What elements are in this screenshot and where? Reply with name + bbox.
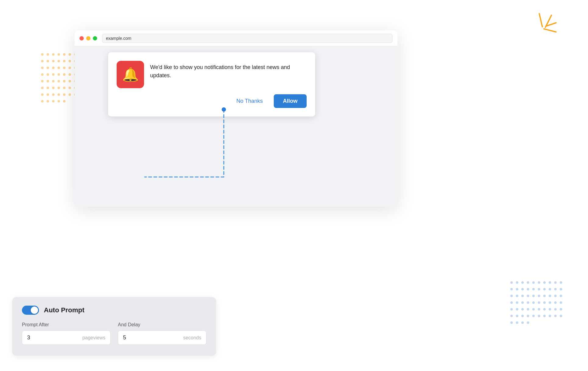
browser-minimize-button[interactable] [86,36,90,40]
allow-button[interactable]: Allow [274,94,307,108]
notification-popup-top: 🔔 We'd like to show you notifications fo… [117,61,307,88]
settings-card: Auto Prompt Prompt After 3 pageviews And… [12,297,216,356]
prompt-after-label: Prompt After [22,322,111,328]
and-delay-value: 5 [123,335,132,341]
prompt-after-input-row[interactable]: 3 pageviews [22,331,111,345]
and-delay-unit: seconds [183,335,201,341]
no-thanks-button[interactable]: No Thanks [231,95,268,107]
browser-window: example.com 🔔 We'd like to show you noti… [75,30,397,207]
svg-line-1 [547,23,556,26]
auto-prompt-toggle[interactable] [22,306,39,315]
browser-close-button[interactable] [79,36,84,40]
notification-message: We'd like to show you notifications for … [150,61,307,80]
notification-actions: No Thanks Allow [117,94,307,108]
decorative-starburst [521,9,558,40]
browser-controls [79,36,97,40]
prompt-after-value: 3 [27,335,36,341]
settings-fields: Prompt After 3 pageviews And Delay 5 sec… [22,322,206,345]
bell-icon: 🔔 [122,68,139,81]
browser-maximize-button[interactable] [93,36,97,40]
notification-popup: 🔔 We'd like to show you notifications fo… [108,52,315,116]
prompt-after-unit: pageviews [82,335,105,341]
and-delay-input-row[interactable]: 5 seconds [118,331,206,345]
browser-content: 🔔 We'd like to show you notifications fo… [75,46,397,207]
toggle-thumb [31,307,38,314]
and-delay-label: And Delay [118,322,206,328]
decorative-dot-grid-blue: (function() { var el = document.querySel… [509,280,564,335]
notification-icon-box: 🔔 [117,61,144,88]
and-delay-group: And Delay 5 seconds [118,322,206,345]
browser-url-text: example.com [106,36,131,41]
browser-titlebar: example.com [75,30,397,46]
settings-header: Auto Prompt [22,306,206,315]
svg-line-2 [544,29,556,32]
prompt-after-group: Prompt After 3 pageviews [22,322,111,345]
svg-line-3 [539,14,542,27]
settings-title: Auto Prompt [44,306,84,314]
browser-url-bar[interactable]: example.com [102,34,393,43]
toggle-track [22,306,39,315]
